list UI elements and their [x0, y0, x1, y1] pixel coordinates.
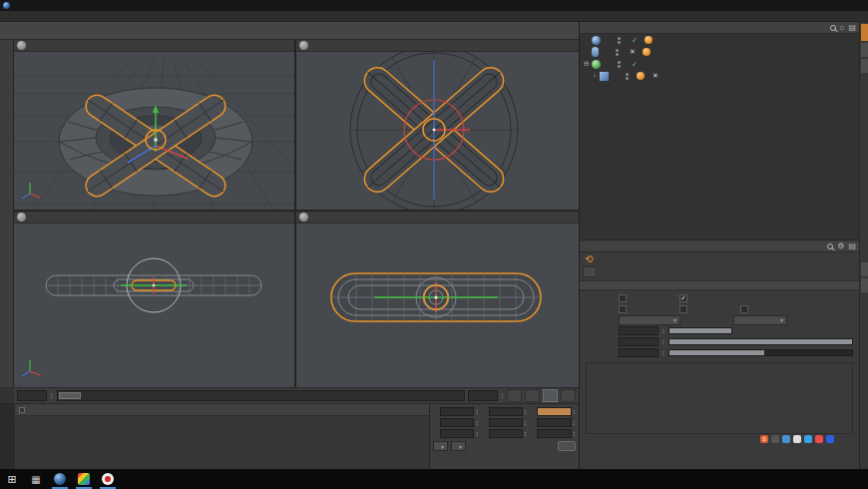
attribute-tab[interactable]	[583, 266, 597, 277]
visible-only-checkbox[interactable]	[679, 305, 687, 313]
size-z-input[interactable]	[489, 429, 523, 438]
end-frame-input[interactable]	[468, 390, 498, 401]
strength-input[interactable]	[619, 337, 658, 346]
sphere-object-icon	[592, 36, 601, 45]
phong-tag-icon[interactable]	[645, 36, 652, 44]
timeline-marker[interactable]	[59, 392, 81, 399]
hidden-checkbox[interactable]	[740, 305, 748, 313]
falloff-dropdown[interactable]: ▾	[619, 315, 680, 325]
top-canvas	[296, 52, 579, 210]
subdivision-object-icon	[592, 60, 601, 69]
object-row[interactable]: ✕	[580, 46, 859, 58]
taskbar-app-icon[interactable]	[72, 469, 96, 489]
toolbar-icon[interactable]	[2, 23, 17, 38]
timeline-options-icon[interactable]	[561, 389, 576, 402]
transport-button[interactable]	[507, 389, 522, 402]
current-frame-input[interactable]	[17, 390, 47, 401]
expand-icon[interactable]: ⊖	[584, 60, 592, 68]
home-icon[interactable]: ⌂	[840, 23, 845, 32]
search-icon[interactable]	[830, 25, 836, 31]
perspective-canvas	[14, 52, 294, 210]
enable-checkbox[interactable]	[619, 294, 627, 302]
taskbar-recorder-icon[interactable]	[96, 469, 120, 489]
watermark-mini-icon	[815, 435, 823, 443]
mode-dropdown[interactable]: ▾	[733, 315, 787, 325]
object-row[interactable]: └ ✕	[580, 70, 859, 82]
start-button[interactable]: ⊞	[0, 469, 24, 489]
size-x-input[interactable]	[489, 407, 523, 416]
timeline-bar: ↕ ↕	[14, 387, 579, 403]
top-view[interactable]	[296, 52, 579, 210]
falloff-curve-canvas	[587, 363, 852, 421]
title-bar	[0, 0, 868, 11]
search-icon[interactable]	[827, 244, 833, 249]
viewport-menu-icon[interactable]	[299, 41, 308, 50]
watermark-icon-row: S	[760, 435, 834, 443]
mirror-checkbox[interactable]	[619, 305, 627, 313]
rotation-p-input[interactable]	[537, 418, 571, 427]
visibility-dots[interactable]	[616, 48, 622, 57]
apply-button[interactable]	[558, 441, 576, 451]
radius-slider[interactable]	[668, 327, 732, 334]
layout-tab[interactable]	[861, 278, 868, 292]
visibility-dots[interactable]	[626, 72, 632, 81]
frame-stepper[interactable]: ↕	[501, 392, 505, 399]
viewport-menu-icon[interactable]	[17, 41, 26, 50]
viewport-menu-icon[interactable]	[17, 213, 26, 222]
rotation-h-input[interactable]	[537, 407, 571, 416]
enabled-check-icon[interactable]: ✓	[630, 60, 640, 69]
panel-icon[interactable]: ▤	[848, 242, 856, 250]
coordinates-manager: ↕ ↕ ↕ ↕ ↕ ↕ ↕ ↕ ↕ ▾ ▾	[429, 403, 579, 469]
visibility-dots[interactable]	[618, 60, 624, 69]
hierarchy-branch-icon: └	[592, 73, 600, 80]
key-toggle[interactable]	[543, 389, 558, 402]
task-view-button[interactable]: ▦	[24, 469, 48, 489]
object-row[interactable]: ✓	[580, 34, 859, 46]
coord-mode-dropdown[interactable]: ▾	[433, 441, 448, 451]
cross-tag-icon[interactable]: ✕	[628, 48, 638, 56]
layout-tab[interactable]	[861, 43, 868, 57]
viewport-perspective	[14, 40, 294, 210]
lock-icon[interactable]: ⚙	[837, 242, 844, 250]
surface-checkbox[interactable]: ✓	[679, 294, 687, 302]
watermark-mini-icon	[771, 435, 779, 443]
position-z-input[interactable]	[440, 429, 474, 438]
width-slider[interactable]	[668, 349, 854, 356]
object-row[interactable]: ⊖ ✓	[580, 58, 859, 70]
viewport-front	[296, 212, 579, 387]
enabled-check-icon[interactable]: ✓	[630, 36, 640, 45]
watermark-mini-icon	[804, 435, 812, 443]
frame-stepper[interactable]: ↕	[50, 392, 54, 399]
rotation-b-input[interactable]	[537, 429, 571, 438]
main-toolbar	[0, 22, 579, 40]
position-y-input[interactable]	[440, 418, 474, 427]
viewport-menu-icon[interactable]	[299, 213, 308, 222]
position-x-input[interactable]	[440, 407, 474, 416]
coord-size-dropdown[interactable]: ▾	[451, 441, 466, 451]
phong-tag-icon[interactable]	[637, 72, 645, 80]
visibility-dots[interactable]	[618, 36, 624, 45]
layout-tab[interactable]	[861, 262, 868, 276]
strength-slider[interactable]	[668, 338, 854, 345]
width-input[interactable]	[619, 348, 658, 357]
material-menu-icon[interactable]	[19, 407, 25, 413]
perspective-view[interactable]	[14, 52, 294, 210]
cross-tag-icon[interactable]: ✕	[651, 72, 660, 80]
object-manager-menu: ⌂ ▤	[580, 22, 859, 34]
front-view[interactable]	[296, 224, 579, 387]
layout-tab[interactable]	[861, 59, 868, 73]
viewport-header	[14, 212, 294, 224]
size-y-input[interactable]	[489, 418, 523, 427]
layout-tab[interactable]	[861, 24, 868, 41]
taskbar-c4d-icon[interactable]	[48, 469, 72, 489]
material-manager	[0, 403, 429, 469]
radius-input[interactable]	[619, 326, 658, 335]
right-view[interactable]	[14, 224, 294, 387]
falloff-curve-graph[interactable]	[586, 362, 853, 434]
panel-icon[interactable]: ▤	[848, 23, 856, 32]
left-tool-icon[interactable]	[1, 43, 13, 55]
phong-tag-icon[interactable]	[643, 48, 651, 56]
section-header[interactable]	[580, 280, 859, 290]
timeline-slider[interactable]	[57, 390, 465, 401]
record-button[interactable]	[525, 389, 540, 402]
